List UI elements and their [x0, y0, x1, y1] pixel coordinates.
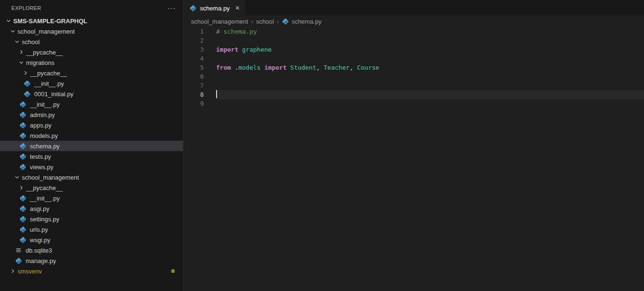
- code-line-content: [216, 90, 644, 99]
- breadcrumb-item[interactable]: schema.py: [292, 18, 322, 25]
- file-tree: SMS-SAMPLE-GRAPHQLschool_managementschoo…: [0, 16, 183, 276]
- tree-item-migrations[interactable]: migrations: [0, 57, 183, 68]
- chevron-down-icon: [13, 38, 21, 45]
- tree-item-label: school: [21, 38, 40, 45]
- token-type: Teacher: [324, 64, 350, 71]
- chevron-down-icon: [5, 17, 12, 25]
- tree-item-wsgi-py[interactable]: wsgi.py: [0, 235, 183, 245]
- tree-item-urls-py[interactable]: urls.py: [0, 224, 183, 235]
- code-line-5: 5from .models import Student, Teacher, C…: [183, 63, 644, 72]
- code-line-content: # schema.py: [216, 27, 644, 36]
- code-editor[interactable]: 1# schema.py23import graphene45from .mod…: [183, 27, 644, 291]
- tree-item-label: __pycache__: [25, 49, 63, 56]
- tree-item-school[interactable]: school: [0, 36, 183, 47]
- tree-item-models-py[interactable]: models.py: [0, 130, 183, 141]
- chevron-down-icon: [13, 173, 21, 181]
- tree-item-school-management[interactable]: school_management: [0, 172, 183, 182]
- tree-item-label: school_management: [17, 28, 75, 35]
- tree-item--init-py[interactable]: __init__.py: [0, 193, 183, 203]
- token-punct: ,: [350, 64, 354, 71]
- code-line-3: 3import graphene: [183, 45, 644, 54]
- editor-group: schema.py ✕ school_management›school›sch…: [183, 0, 644, 291]
- tree-item-label: views.py: [29, 164, 54, 171]
- python-icon: [19, 111, 27, 118]
- line-number: 2: [183, 36, 204, 45]
- tree-item-label: db.sqlite3: [25, 247, 52, 254]
- chevron-right-icon: [9, 267, 17, 275]
- breadcrumb-separator-icon: ›: [251, 18, 254, 25]
- tree-item-label: settings.py: [29, 216, 59, 223]
- code-line-content: [216, 81, 644, 90]
- close-icon[interactable]: ✕: [235, 5, 240, 11]
- token-type: Course: [357, 64, 379, 71]
- token-comment: # schema.py: [216, 28, 257, 35]
- code-line-content: [216, 72, 644, 81]
- text-cursor: [216, 90, 217, 98]
- python-icon: [19, 163, 27, 171]
- python-icon: [19, 142, 27, 150]
- line-number: 6: [183, 72, 204, 81]
- tree-item-label: school_management: [21, 174, 79, 181]
- chevron-down-icon: [9, 27, 17, 35]
- breadcrumb-item[interactable]: school: [256, 18, 274, 25]
- breadcrumb-item[interactable]: school_management: [191, 18, 248, 25]
- tree-item-label: 0001_initial.py: [33, 91, 73, 98]
- tree-item-school-management[interactable]: school_management: [0, 26, 183, 36]
- tree-item--pycache-[interactable]: __pycache__: [0, 68, 183, 78]
- token-punct: .: [235, 64, 238, 71]
- python-icon: [19, 153, 27, 160]
- token-type: models: [238, 64, 261, 71]
- explorer-title: EXPLORER: [11, 5, 167, 11]
- tree-item-sms-sample-graphql[interactable]: SMS-SAMPLE-GRAPHQL: [0, 16, 183, 26]
- tree-item-tests-py[interactable]: tests.py: [0, 151, 183, 162]
- python-icon: [19, 205, 27, 212]
- tree-item-schema-py[interactable]: schema.py: [0, 141, 183, 151]
- line-number: 8: [183, 90, 204, 99]
- tree-item-db-sqlite3[interactable]: db.sqlite3: [0, 245, 183, 255]
- code-line-1: 1# schema.py: [183, 27, 644, 36]
- python-icon: [23, 80, 31, 87]
- database-icon: [15, 246, 22, 254]
- token-type: graphene: [242, 46, 272, 53]
- python-icon: [189, 4, 197, 12]
- tree-item-label: __pycache__: [25, 184, 63, 191]
- token-type: Student: [290, 64, 317, 71]
- tree-item-label: __init__.py: [29, 195, 60, 202]
- token-plain: [287, 64, 290, 71]
- token-plain: [261, 64, 264, 71]
- python-icon: [23, 90, 31, 98]
- tree-item--pycache-[interactable]: __pycache__: [0, 47, 183, 57]
- explorer-sidebar: EXPLORER ··· SMS-SAMPLE-GRAPHQLschool_ma…: [0, 0, 183, 291]
- line-number: 4: [183, 54, 204, 63]
- tree-item-manage-py[interactable]: manage.py: [0, 255, 183, 266]
- tree-item-admin-py[interactable]: admin.py: [0, 109, 183, 120]
- python-icon: [19, 132, 27, 139]
- line-number: 1: [183, 27, 204, 36]
- tree-item-0001-initial-py[interactable]: 0001_initial.py: [0, 89, 183, 99]
- more-actions-icon[interactable]: ···: [167, 6, 176, 10]
- code-line-6: 6: [183, 72, 644, 81]
- code-line-9: 9: [183, 99, 644, 108]
- tree-item-smsvenv[interactable]: smsvenv: [0, 266, 183, 276]
- tree-item-label: smsvenv: [17, 268, 42, 275]
- tree-item--pycache-[interactable]: __pycache__: [0, 182, 183, 193]
- python-icon: [19, 194, 27, 202]
- tree-item--init-py[interactable]: __init__.py: [0, 78, 183, 89]
- chevron-right-icon: [18, 184, 25, 191]
- python-icon: [19, 121, 27, 129]
- tree-item--init-py[interactable]: __init__.py: [0, 99, 183, 109]
- chevron-right-icon: [18, 48, 25, 56]
- tree-item-label: __init__.py: [29, 101, 60, 108]
- tree-item-label: SMS-SAMPLE-GRAPHQL: [12, 18, 87, 25]
- tab-schema-py[interactable]: schema.py ✕: [183, 0, 246, 16]
- tree-item-settings-py[interactable]: settings.py: [0, 214, 183, 224]
- tree-item-apps-py[interactable]: apps.py: [0, 120, 183, 130]
- code-line-2: 2: [183, 36, 644, 45]
- tree-item-views-py[interactable]: views.py: [0, 162, 183, 172]
- tree-item-label: __pycache__: [29, 70, 67, 77]
- code-line-content: [216, 36, 644, 45]
- token-keyword: from: [216, 64, 231, 71]
- python-icon: [19, 215, 27, 223]
- tree-item-asgi-py[interactable]: asgi.py: [0, 203, 183, 214]
- code-line-4: 4: [183, 54, 644, 63]
